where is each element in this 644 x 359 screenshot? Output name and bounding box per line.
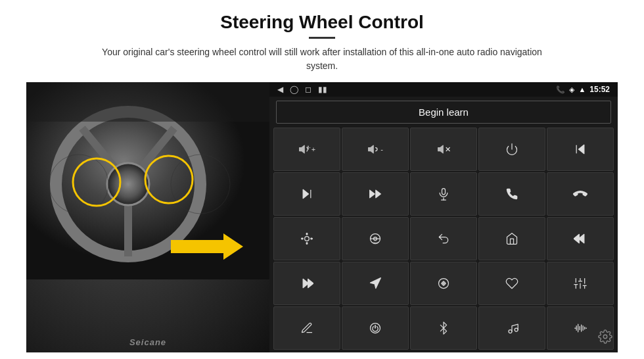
android-panel: ◀ ◯ ◻ ▮▮ 📞 ◈ ▲ 15:52 Begin learn: [269, 82, 618, 352]
svg-point-53: [509, 330, 512, 333]
bluetooth-button[interactable]: [410, 306, 477, 350]
music-button[interactable]: [478, 306, 545, 350]
record-button[interactable]: [478, 262, 545, 305]
svg-marker-40: [371, 278, 381, 289]
power-button[interactable]: [478, 128, 545, 171]
car-photo: Seicane: [26, 82, 269, 352]
svg-marker-20: [579, 145, 584, 153]
title-divider: [309, 37, 335, 39]
steering-wheel-svg: [26, 82, 269, 279]
svg-text:360°: 360°: [373, 241, 379, 245]
fast-forward-button[interactable]: [342, 172, 409, 216]
svg-marker-25: [370, 190, 375, 198]
svg-point-63: [603, 335, 607, 339]
skip-back-button[interactable]: [547, 217, 614, 260]
svg-point-29: [305, 237, 310, 241]
eq-button[interactable]: [547, 262, 614, 305]
svg-rect-32: [302, 238, 304, 239]
page: Steering Wheel Control Your original car…: [0, 0, 644, 359]
content-area: Seicane ◀ ◯ ◻ ▮▮ 📞 ◈: [26, 82, 618, 352]
begin-learn-button[interactable]: Begin learn: [276, 101, 611, 124]
navigation-button[interactable]: [342, 262, 409, 305]
settings-gear-icon[interactable]: [598, 329, 612, 347]
vol-mute-button[interactable]: [410, 128, 477, 171]
back-icon[interactable]: ◀: [277, 85, 283, 94]
status-right: 📞 ◈ ▲ 15:52: [556, 85, 610, 94]
switch-button[interactable]: [410, 262, 477, 305]
svg-rect-33: [311, 238, 313, 239]
circle-power-button[interactable]: [342, 306, 409, 350]
svg-marker-16: [438, 145, 444, 153]
phone-button[interactable]: [478, 172, 545, 216]
svg-marker-15: [369, 145, 374, 153]
cam-360-button[interactable]: 360°: [342, 217, 409, 260]
svg-marker-39: [308, 279, 313, 287]
home-nav-button[interactable]: [478, 217, 545, 260]
svg-rect-30: [306, 233, 308, 235]
brightness-button[interactable]: [273, 217, 340, 260]
pen-button[interactable]: [273, 306, 340, 350]
back-nav-button[interactable]: [410, 217, 477, 260]
next-button[interactable]: [273, 172, 340, 216]
square-icon[interactable]: ◻: [305, 85, 311, 94]
vol-up-button[interactable]: +: [273, 128, 340, 171]
phone-status-icon: 📞: [556, 85, 565, 94]
signal-status-icon: ▲: [578, 85, 586, 93]
status-bar: ◀ ◯ ◻ ▮▮ 📞 ◈ ▲ 15:52: [269, 82, 618, 97]
svg-rect-6: [26, 82, 269, 122]
bars-icon[interactable]: ▮▮: [318, 85, 327, 94]
hang-up-button[interactable]: [547, 172, 614, 216]
page-title: Steering Wheel Control: [220, 12, 424, 33]
svg-rect-26: [442, 189, 446, 195]
wifi-status-icon: ◈: [569, 85, 574, 94]
mic-button[interactable]: [410, 172, 477, 216]
car-photo-inner: Seicane: [26, 82, 269, 352]
prev-track-button[interactable]: [547, 128, 614, 171]
vol-down-button[interactable]: -: [342, 128, 409, 171]
svg-point-54: [515, 328, 518, 331]
svg-marker-37: [574, 234, 579, 243]
svg-marker-12: [299, 145, 304, 153]
skip-fwd-button[interactable]: [273, 262, 340, 305]
svg-marker-22: [303, 189, 308, 198]
svg-rect-31: [306, 243, 308, 245]
icon-grid: + -: [269, 128, 618, 352]
watermark: Seicane: [129, 337, 166, 347]
home-circle-icon[interactable]: ◯: [290, 85, 298, 94]
page-subtitle: Your original car's steering wheel contr…: [92, 45, 552, 73]
time-display: 15:52: [589, 85, 610, 94]
svg-marker-24: [376, 190, 381, 198]
status-left: ◀ ◯ ◻ ▮▮: [277, 85, 327, 94]
